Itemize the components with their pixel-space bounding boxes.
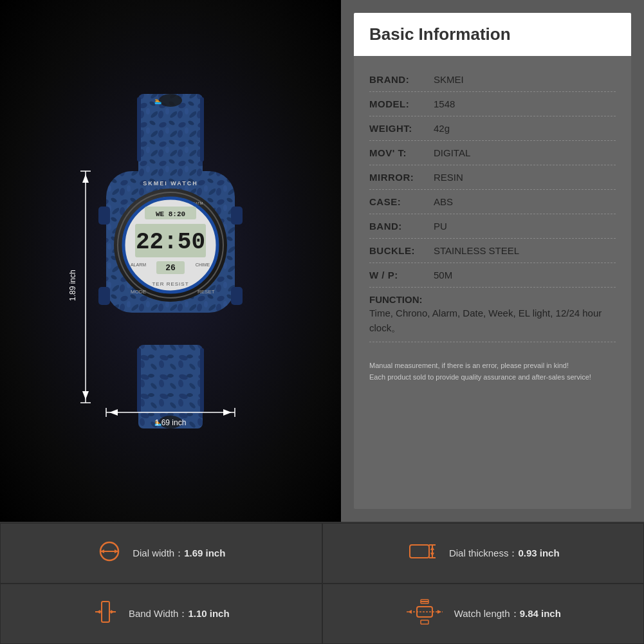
disclaimer-line2: Each product sold to provide quality ass… — [369, 372, 616, 383]
svg-text:26: 26 — [165, 263, 176, 273]
spec-text-1: Dial thickness：0.93 inch — [449, 547, 560, 560]
svg-rect-20 — [200, 348, 204, 412]
row-value: RESIN — [434, 172, 616, 183]
svg-rect-67 — [102, 602, 109, 622]
svg-text:1.89 inch: 1.89 inch — [68, 270, 77, 301]
svg-marker-78 — [408, 610, 412, 614]
spec-label-3: Watch length： — [454, 608, 520, 619]
row-label: BUCKLE: — [369, 245, 434, 256]
svg-text:22:50: 22:50 — [136, 229, 205, 255]
row-label: BAND: — [369, 221, 434, 232]
row-label: MODEL: — [369, 98, 434, 109]
spec-cell-1: Dial thickness：0.93 inch — [322, 523, 645, 584]
spec-cell-3: Watch length：9.84 inch — [322, 584, 645, 644]
row-value: 50M — [434, 270, 616, 281]
svg-marker-56 — [223, 409, 232, 416]
watch-svg: 🏊 🏊 SKMEI WATCH — [61, 81, 280, 441]
spec-value-1: 0.93 inch — [518, 547, 559, 558]
spec-label-0: Dial width： — [133, 547, 184, 558]
row-value: 42g — [434, 123, 616, 134]
svg-text:WE 8:20: WE 8:20 — [156, 210, 185, 218]
svg-marker-70 — [97, 610, 100, 614]
spec-value-3: 9.84 inch — [520, 608, 561, 619]
row-value: 1548 — [434, 98, 616, 109]
row-label: W / P: — [369, 270, 434, 281]
svg-rect-22 — [98, 207, 110, 225]
svg-marker-65 — [430, 546, 434, 550]
spec-text-3: Watch length：9.84 inch — [454, 608, 561, 620]
info-row: W / P:50M — [369, 263, 616, 288]
row-label: MOV' T: — [369, 147, 434, 158]
info-card: Basic Information BRAND:SKMEIMODEL:1548W… — [354, 13, 631, 509]
row-value: STAINLESS STEEL — [434, 245, 616, 256]
spec-value-0: 1.69 inch — [184, 547, 225, 558]
info-row: BUCKLE:STAINLESS STEEL — [369, 239, 616, 263]
row-label: BRAND: — [369, 74, 434, 85]
row-value: DIGITAL — [434, 147, 616, 158]
svg-rect-23 — [98, 287, 110, 305]
svg-rect-14 — [137, 97, 141, 161]
spec-text-2: Band Width：1.10 inch — [129, 608, 230, 620]
svg-marker-79 — [437, 610, 441, 614]
disclaimer-line1: Manual measurement, if there is an error… — [369, 360, 616, 372]
spec-icon-2 — [93, 599, 118, 629]
spec-cell-2: Band Width：1.10 inch — [0, 584, 322, 644]
svg-line-73 — [405, 599, 421, 602]
svg-marker-71 — [111, 610, 115, 614]
info-row: CASE:ABS — [369, 190, 616, 214]
svg-text:SKMEI WATCH: SKMEI WATCH — [143, 180, 198, 187]
spec-icon-1 — [407, 538, 439, 569]
main-container: 🏊 🏊 SKMEI WATCH — [0, 0, 644, 644]
svg-text:ALARM: ALARM — [131, 262, 146, 267]
info-row: WEIGHT:42g — [369, 116, 616, 141]
svg-marker-54 — [82, 391, 89, 400]
info-title: Basic Information — [369, 24, 616, 44]
row-value: PU — [434, 221, 616, 232]
spec-value-2: 1.10 inch — [188, 608, 229, 619]
spec-label-1: Dial thickness： — [449, 547, 519, 558]
svg-text:🏊: 🏊 — [154, 97, 162, 105]
bottom-section: Dial width：1.69 inch Dial thickness：0.93… — [0, 522, 644, 644]
svg-marker-55 — [109, 409, 118, 416]
spec-text-0: Dial width：1.69 inch — [133, 547, 225, 560]
svg-text:1.69 inch: 1.69 inch — [155, 418, 187, 427]
info-row: MOV' T:DIGITAL — [369, 141, 616, 165]
svg-marker-66 — [430, 553, 434, 557]
info-row: BRAND:SKMEI — [369, 68, 616, 92]
svg-text:RESET: RESET — [198, 289, 215, 295]
svg-rect-25 — [231, 287, 243, 305]
info-rows: BRAND:SKMEIMODEL:1548WEIGHT:42gMOV' T:DI… — [354, 62, 631, 347]
top-section: 🏊 🏊 SKMEI WATCH — [0, 0, 644, 522]
function-label: FUNCTION: — [369, 294, 616, 305]
svg-rect-61 — [410, 545, 429, 558]
function-value: Time, Chrono, Alarm, Date, Week, EL ligh… — [369, 306, 616, 335]
row-label: WEIGHT: — [369, 123, 434, 134]
svg-rect-24 — [231, 207, 243, 225]
svg-marker-53 — [82, 174, 89, 183]
spec-label-2: Band Width： — [129, 608, 189, 619]
left-panel: 🏊 🏊 SKMEI WATCH — [0, 0, 341, 522]
svg-point-12 — [159, 94, 182, 107]
row-value: SKMEI — [434, 74, 616, 85]
spec-icon-0 — [97, 538, 122, 569]
info-header: Basic Information — [354, 13, 631, 56]
svg-text:CHIME: CHIME — [196, 262, 210, 267]
svg-text:MODE: MODE — [131, 289, 146, 295]
spec-cell-0: Dial width：1.69 inch — [0, 523, 322, 584]
spec-icon-3 — [405, 599, 444, 629]
svg-text:TER RESIST: TER RESIST — [152, 281, 189, 287]
svg-rect-15 — [200, 97, 204, 161]
row-label: MIRROR: — [369, 172, 434, 183]
svg-rect-19 — [137, 348, 141, 412]
info-row: BAND:PU — [369, 214, 616, 239]
row-label: CASE: — [369, 196, 434, 207]
row-value: ABS — [434, 196, 616, 207]
svg-rect-76 — [421, 620, 428, 624]
function-row: FUNCTION:Time, Chrono, Alarm, Date, Week… — [369, 288, 616, 342]
info-row: MODEL:1548 — [369, 92, 616, 116]
info-row: MIRROR:RESIN — [369, 165, 616, 190]
disclaimer: Manual measurement, if there is an error… — [354, 350, 631, 391]
right-panel: Basic Information BRAND:SKMEIMODEL:1548W… — [341, 0, 644, 522]
